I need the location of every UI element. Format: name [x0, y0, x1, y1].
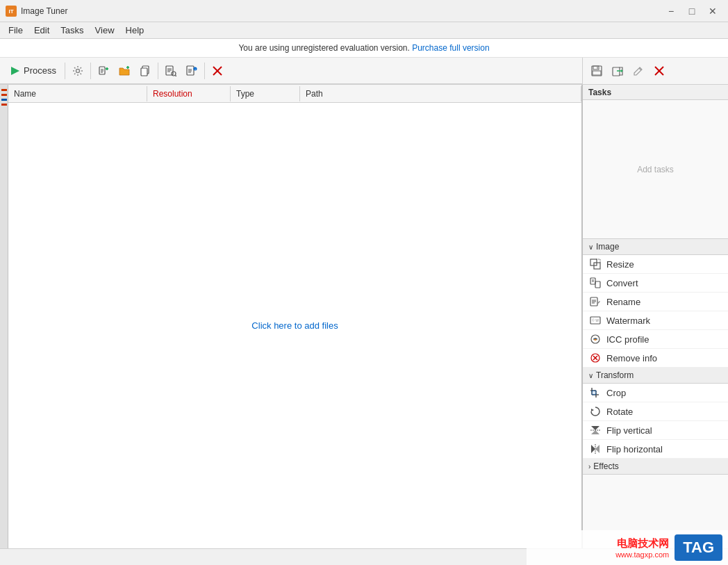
load-task-button[interactable] [608, 61, 627, 81]
main-toolbar: Process [0, 58, 582, 84]
task-item-flip-horizontal[interactable]: Flip horizontal [583, 440, 728, 459]
save-task-button[interactable] [587, 61, 606, 81]
right-toolbar [582, 58, 728, 84]
svg-point-3 [76, 69, 79, 72]
column-name: Name [8, 86, 147, 101]
task-label-rename: Rename [606, 297, 640, 307]
effects-section-chevron: › [588, 463, 590, 470]
add-file-icon [98, 65, 109, 76]
svg-rect-13 [141, 68, 147, 76]
crop-icon [590, 387, 601, 398]
delete-icon [654, 65, 665, 76]
notification-bar: You are using unregistered evaluation ve… [0, 39, 728, 58]
purchase-link[interactable]: Purchase full version [412, 43, 489, 53]
watermark-text-group: 电脑技术网 www.tagxp.com [615, 537, 669, 559]
task-item-rename[interactable]: Rename [583, 293, 728, 311]
image-section: ∨ Image Resize [583, 239, 728, 368]
main-area: Name Resolution Type Path Click here to … [0, 85, 728, 548]
svg-text:i: i [195, 67, 195, 70]
process-label: Process [24, 65, 56, 76]
file-info-button[interactable] [161, 61, 181, 81]
tasks-header: Tasks [583, 85, 728, 100]
svg-rect-32 [613, 67, 620, 76]
effects-section-label: Effects [593, 461, 618, 471]
transform-section-label: Transform [596, 370, 634, 380]
svg-marker-2 [11, 67, 19, 75]
add-file-button[interactable] [94, 61, 113, 81]
window-controls: − □ ✕ [661, 1, 722, 21]
load-icon [612, 65, 623, 76]
task-label-flip-horizontal: Flip horizontal [606, 444, 663, 455]
task-label-rotate: Rotate [606, 407, 633, 417]
task-item-watermark[interactable]: © W Watermark [583, 311, 728, 330]
notification-text: You are using unregistered evaluation ve… [238, 43, 409, 53]
menu-help[interactable]: Help [120, 24, 150, 37]
menu-edit[interactable]: Edit [28, 24, 55, 37]
copy-button[interactable] [135, 61, 155, 81]
svg-point-15 [172, 72, 176, 76]
toolbar-separator-2 [90, 63, 91, 79]
menu-file[interactable]: File [3, 24, 28, 37]
app-icon: IT [6, 6, 17, 17]
save-icon [591, 65, 602, 76]
task-label-convert: Convert [606, 278, 638, 288]
task-item-crop[interactable]: Crop [583, 384, 728, 402]
process-button[interactable]: Process [4, 63, 62, 79]
remove-info-icon [590, 352, 601, 363]
add-folder-button[interactable] [115, 61, 134, 81]
task-item-convert[interactable]: Convert [583, 274, 728, 293]
svg-marker-63 [591, 430, 599, 434]
effects-section: › Effects [583, 459, 728, 475]
svg-rect-30 [593, 71, 601, 75]
close-button[interactable]: ✕ [703, 1, 722, 21]
file-panel-body[interactable]: Click here to add files [8, 103, 581, 548]
delete-task-button[interactable] [650, 61, 669, 81]
file-panel-header: Name Resolution Type Path [8, 85, 581, 103]
image-section-chevron: ∨ [588, 243, 593, 251]
transform-section-header[interactable]: ∨ Transform [583, 368, 728, 384]
edge-item [1, 104, 7, 106]
maximize-button[interactable]: □ [682, 1, 702, 21]
menu-bar: File Edit Tasks View Help [0, 22, 728, 39]
svg-marker-61 [591, 409, 594, 411]
toolbar-separator-3 [158, 63, 158, 79]
watermark-tag: TAG [675, 534, 722, 561]
icc-icon [590, 334, 601, 345]
edge-item [1, 94, 7, 96]
resize-icon [590, 259, 601, 270]
image-section-header[interactable]: ∨ Image [583, 239, 728, 255]
title-bar-left: IT Image Tuner [6, 6, 67, 17]
rename-icon [590, 296, 601, 307]
remove-icon [212, 65, 223, 76]
app-title: Image Tuner [21, 6, 67, 16]
svg-marker-65 [591, 445, 595, 453]
watermark-url: www.tagxp.com [615, 550, 669, 559]
transform-section: ∨ Transform Crop Rota [583, 368, 728, 459]
transform-section-chevron: ∨ [588, 372, 593, 379]
edit-button[interactable] [629, 61, 648, 81]
toolbar-separator-4 [204, 63, 205, 79]
convert-icon [590, 277, 601, 288]
task-item-flip-vertical[interactable]: Flip vertical [583, 421, 728, 440]
file-details-button[interactable]: i [182, 61, 201, 81]
settings-button[interactable] [68, 61, 88, 81]
task-item-icc[interactable]: ICC profile [583, 330, 728, 349]
remove-button[interactable] [208, 61, 227, 81]
task-item-remove-info[interactable]: Remove info [583, 349, 728, 368]
task-label-resize: Resize [606, 259, 634, 270]
menu-view[interactable]: View [90, 24, 120, 37]
task-label-flip-vertical: Flip vertical [606, 425, 652, 436]
task-item-rotate[interactable]: Rotate [583, 402, 728, 421]
tasks-empty: Add tasks [583, 100, 728, 239]
task-label-watermark: Watermark [606, 316, 650, 326]
task-item-resize[interactable]: Resize [583, 255, 728, 274]
column-type: Type [231, 86, 300, 101]
effects-section-header[interactable]: › Effects [583, 459, 728, 475]
add-files-link[interactable]: Click here to add files [251, 320, 338, 331]
add-folder-icon [119, 65, 130, 76]
minimize-button[interactable]: − [661, 1, 681, 21]
column-resolution: Resolution [147, 86, 231, 101]
menu-tasks[interactable]: Tasks [55, 24, 89, 37]
play-icon [10, 65, 21, 76]
watermark-chinese: 电脑技术网 [617, 537, 669, 550]
